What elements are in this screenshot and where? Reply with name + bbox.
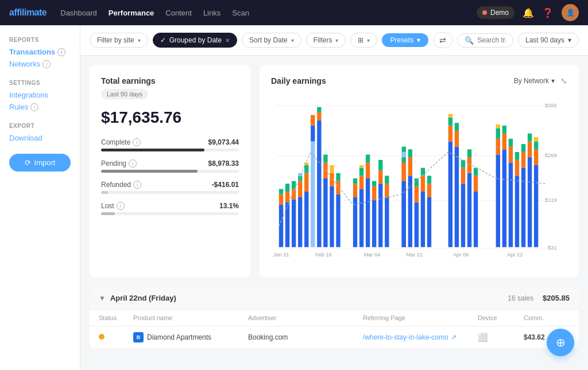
pending-info-icon[interactable]: i	[129, 159, 137, 168]
svg-rect-56	[385, 197, 389, 247]
svg-rect-43	[359, 189, 363, 247]
by-network-button[interactable]: By Network ▾	[514, 77, 555, 85]
svg-rect-68	[408, 149, 412, 157]
expand-icon[interactable]: ⤡	[560, 76, 567, 85]
sidebar-item-rules[interactable]: Rules i	[9, 103, 71, 111]
earnings-card-title: Total earnings	[101, 76, 239, 85]
nav-dashboard[interactable]: Dashboard	[60, 9, 97, 17]
sidebar-item-integrations[interactable]: Integrations	[9, 91, 71, 99]
svg-rect-24	[304, 162, 308, 165]
svg-rect-96	[496, 128, 500, 138]
nav-scan[interactable]: Scan	[232, 9, 249, 17]
svg-text:Mar 04: Mar 04	[364, 252, 381, 258]
demo-dot	[482, 10, 487, 15]
group-total-amount: $205.85	[543, 294, 570, 302]
user-avatar[interactable]: 👤	[562, 4, 579, 21]
lost-value: 13.1%	[219, 202, 239, 210]
complete-info-icon[interactable]: i	[133, 138, 141, 146]
chart-svg: $560 $269 $119 -$31	[271, 92, 567, 264]
search-input[interactable]	[477, 36, 506, 44]
sidebar-item-transactions[interactable]: Transactions i	[9, 48, 71, 56]
lost-progress-fill	[101, 212, 115, 215]
svg-rect-78	[448, 142, 452, 247]
svg-rect-10	[279, 189, 283, 194]
product-icon-booking: B	[133, 332, 144, 342]
svg-text:Apr 22: Apr 22	[507, 252, 523, 258]
adjust-icon: ⇄	[439, 36, 446, 45]
svg-rect-109	[521, 144, 525, 152]
svg-rect-82	[455, 147, 459, 247]
svg-rect-9	[279, 194, 283, 205]
brand-name-suffix: mate	[26, 7, 47, 17]
refunded-info-icon[interactable]: i	[133, 181, 141, 189]
svg-rect-83	[455, 131, 459, 147]
filter-site-label: Filter by site	[97, 36, 134, 44]
refunded-value: -$416.01	[212, 181, 239, 189]
group-sales-count: 16 sales	[508, 294, 533, 302]
transactions-info-icon[interactable]: i	[57, 48, 65, 56]
filter-by-site-button[interactable]: Filter by site ▾	[90, 33, 148, 48]
nav-links-item[interactable]: Links	[203, 9, 220, 17]
chart-controls: By Network ▾ ⤡	[514, 76, 567, 85]
svg-rect-28	[317, 120, 321, 247]
refunded-progress-fill	[101, 191, 108, 194]
chart-wrapper: $560 $269 $119 -$31	[271, 92, 567, 266]
svg-rect-66	[408, 176, 412, 247]
sidebar-item-networks[interactable]: Networks i	[9, 60, 71, 68]
help-fab[interactable]: ⊕	[547, 329, 574, 356]
svg-rect-104	[515, 176, 519, 247]
svg-rect-33	[323, 155, 327, 163]
nav-content[interactable]: Content	[165, 9, 192, 17]
svg-text:Feb 16: Feb 16	[315, 252, 332, 258]
import-button[interactable]: ⟳ Import	[9, 154, 71, 172]
sidebar: REPORTS Transactions i Networks i SETTIN…	[0, 25, 80, 370]
svg-rect-76	[427, 184, 431, 197]
rules-info-icon[interactable]: i	[30, 103, 38, 111]
grouped-by-date-close-icon[interactable]: ✕	[225, 37, 230, 44]
complete-metric: Complete i $9,073.44	[101, 138, 239, 151]
settings-section: SETTINGS Integrations Rules i	[9, 80, 71, 111]
date-range-button[interactable]: Last 90 days ▾	[518, 33, 579, 48]
lost-metric: Lost i 13.1%	[101, 202, 239, 215]
sort-chevron: ▾	[291, 37, 294, 44]
svg-rect-86	[461, 168, 465, 184]
row-referring-page: /where-to-stay-in-lake-como ↗	[363, 333, 478, 341]
brand-logo[interactable]: affilimate	[9, 7, 47, 18]
svg-rect-91	[474, 192, 478, 247]
filters-button[interactable]: Filters ▾	[306, 33, 346, 48]
demo-badge[interactable]: Demo	[477, 6, 514, 19]
help-icon[interactable]: ❓	[542, 7, 554, 18]
svg-rect-92	[474, 176, 478, 192]
networks-info-icon[interactable]: i	[42, 60, 51, 68]
adjust-button[interactable]: ⇄	[433, 32, 452, 48]
row-device: ⬜	[478, 333, 524, 342]
svg-rect-64	[402, 157, 406, 162]
svg-rect-53	[378, 184, 382, 247]
row-status	[99, 333, 133, 341]
import-icon: ⟳	[25, 158, 31, 167]
grouped-by-date-button[interactable]: ✓ Grouped by Date ✕	[153, 33, 237, 48]
presets-label: Presets	[390, 36, 413, 44]
svg-rect-69	[415, 202, 419, 247]
bell-icon[interactable]: 🔔	[523, 7, 534, 18]
svg-rect-84	[455, 123, 459, 131]
svg-rect-61	[402, 147, 406, 152]
svg-rect-77	[427, 176, 431, 184]
svg-rect-21	[304, 192, 308, 247]
svg-rect-70	[415, 186, 419, 202]
sidebar-item-download[interactable]: Download	[9, 134, 71, 142]
main-content: Filter by site ▾ ✓ Grouped by Date ✕ Sor…	[80, 25, 588, 370]
svg-rect-50	[372, 200, 376, 247]
group-header[interactable]: ▼ April 22nd (Friday) 16 sales $205.85	[90, 287, 579, 310]
toolbar: Filter by site ▾ ✓ Grouped by Date ✕ Sor…	[80, 25, 588, 56]
lost-info-icon[interactable]: i	[117, 202, 125, 210]
sort-by-date-button[interactable]: Sort by Date ▾	[242, 33, 301, 48]
total-earnings-value: $17,635.76	[101, 108, 239, 127]
columns-button[interactable]: ⊞ ▾	[350, 33, 377, 48]
referring-link[interactable]: /where-to-stay-in-lake-como ↗	[363, 333, 478, 341]
presets-button[interactable]: Presets ▾	[382, 33, 428, 47]
svg-rect-25	[311, 142, 315, 247]
reports-title: REPORTS	[9, 37, 71, 43]
row-product: B Diamond Apartments	[133, 332, 248, 342]
nav-performance[interactable]: Performance	[109, 9, 154, 17]
